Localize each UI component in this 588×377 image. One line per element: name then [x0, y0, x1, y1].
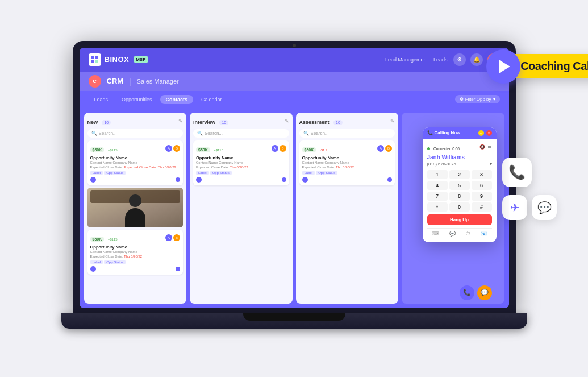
coaching-badge[interactable]: Coaching Call: [489, 54, 588, 78]
card-dot-int: [282, 177, 286, 182]
filter-button[interactable]: ⚙ Filter Opp by ▾: [455, 95, 500, 103]
crm-header: BINOX MSP Lead Management Leads ⚙ 🔔 U: [80, 48, 509, 72]
kanban-col-assessment: Assessment 10 ✎ 🔍 Search...: [296, 113, 399, 304]
card-amount-ass: $50K: [302, 147, 316, 152]
col-edit-icon-assessment[interactable]: ✎: [390, 118, 395, 124]
tab-contacts[interactable]: Contacts: [160, 95, 194, 104]
search-bar-assessment[interactable]: 🔍 Search...: [299, 129, 395, 138]
card-tags-ass: Label Opp Status: [302, 171, 393, 175]
lead-management-link[interactable]: Lead Management: [385, 57, 428, 63]
dial-3[interactable]: 3: [472, 170, 492, 179]
card-amount-int: $50K: [196, 147, 210, 152]
search-icon-interview: 🔍: [197, 131, 203, 136]
svg-rect-0: [91, 56, 94, 59]
message-action-button[interactable]: 💬: [477, 285, 492, 300]
leads-link[interactable]: Leads: [433, 57, 448, 63]
chat-bubble-icon: 💬: [537, 201, 552, 214]
float-phone-icon-box[interactable]: 📞: [502, 158, 532, 187]
col-title-new: New: [87, 119, 98, 125]
record-icon[interactable]: ⏺: [487, 144, 492, 150]
card-icon-ass-1: A: [377, 145, 384, 152]
history-icon[interactable]: ⏱: [465, 231, 470, 237]
card-dot-ass: [387, 177, 392, 182]
dial-9[interactable]: 9: [472, 192, 492, 201]
logo-area: BINOX MSP: [89, 53, 148, 66]
tag-label-2: Label: [90, 260, 103, 264]
crm-title: CRM: [107, 77, 124, 85]
kanban-card-assessment[interactable]: $50K -$1.3 A B Opportunity Name Contact …: [299, 140, 395, 185]
calling-title: 📞 Calling Now: [427, 130, 461, 135]
chat-icon[interactable]: 💬: [449, 231, 456, 237]
status-dot: [427, 147, 430, 150]
calling-header: 📞 Calling Now − ×: [423, 127, 497, 139]
dial-2[interactable]: 2: [449, 170, 470, 179]
laptop-notch: [243, 313, 345, 321]
card-meta-2: Contact Name Company Name: [90, 250, 181, 254]
logo-msp: MSP: [134, 56, 148, 63]
keypad-icon[interactable]: ⌨: [432, 231, 439, 237]
hang-up-button[interactable]: Hang Up: [427, 214, 492, 225]
phone-action-button[interactable]: 📞: [460, 285, 474, 300]
svg-rect-3: [95, 60, 98, 63]
card-title: Opportunity Name: [90, 155, 181, 160]
chevron-down-icon[interactable]: ▾: [490, 161, 492, 167]
card-meta-int: Contact Name Company Name: [196, 161, 286, 164]
search-bar-interview[interactable]: 🔍 Search...: [193, 129, 289, 138]
col-badge-assessment: 10: [333, 120, 343, 125]
col-badge-new: 10: [102, 120, 111, 125]
tag-status-2: Opp Status: [104, 260, 126, 264]
kanban-card-interview[interactable]: $50K +$115 A B Opportunity Name Contact …: [193, 140, 289, 185]
minimize-button[interactable]: −: [478, 130, 484, 136]
card-change-2: +$115: [108, 238, 118, 241]
settings-icon[interactable]: ⚙: [453, 53, 466, 66]
caller-number: (818) 678-8075 ▾: [427, 161, 492, 167]
tab-leads[interactable]: Leads: [89, 95, 114, 104]
bell-icon[interactable]: 🔔: [470, 53, 483, 66]
float-plane-icon-box[interactable]: ✈: [502, 195, 527, 220]
close-button[interactable]: ×: [486, 130, 492, 136]
card-change-ass: -$1.3: [320, 148, 328, 152]
dial-5[interactable]: 5: [449, 181, 470, 190]
silhouette-body: [125, 208, 145, 227]
float-chat-icon-box[interactable]: 💬: [532, 195, 557, 220]
tab-calendar[interactable]: Calendar: [195, 95, 228, 104]
card-tags-int: Label Opp Status: [196, 171, 286, 175]
video-thumbnail: [87, 188, 184, 227]
calling-footer: ⌨ 💬 ⏱ 📧: [427, 228, 492, 239]
play-button[interactable]: [486, 49, 520, 84]
caller-name: Janh Williams: [427, 154, 492, 160]
search-placeholder-new: Search...: [99, 131, 117, 136]
col-edit-icon-interview[interactable]: ✎: [285, 118, 289, 124]
dial-8[interactable]: 8: [449, 192, 470, 201]
tag-label-int: Label: [196, 171, 209, 175]
kanban-card[interactable]: $50K +$115 A B Opportunity Name Contact …: [87, 140, 184, 185]
card-tags: Label Opp Status: [90, 171, 181, 175]
laptop-lid: BINOX MSP Lead Management Leads ⚙ 🔔 U: [73, 41, 516, 313]
sub-header: C CRM | Sales Manager: [80, 72, 509, 91]
dial-1[interactable]: 1: [427, 170, 448, 179]
col-edit-icon-new[interactable]: ✎: [178, 118, 183, 124]
crm-icon: C: [89, 75, 101, 88]
float-icons: 📞 ✈ 💬: [502, 158, 557, 220]
dial-7[interactable]: 7: [427, 192, 448, 201]
voicemail-icon[interactable]: 📧: [481, 231, 487, 237]
card-title-2: Opportunity Name: [90, 245, 181, 250]
dial-star[interactable]: *: [427, 202, 448, 212]
mute-icon[interactable]: 🔇: [479, 144, 485, 150]
dial-4[interactable]: 4: [427, 181, 448, 190]
card-tags-2: Label Opp Status: [90, 260, 181, 264]
dial-hash[interactable]: #: [472, 202, 492, 212]
tag-label: Label: [90, 171, 103, 175]
col-header-new: New 10 ✎: [87, 116, 184, 126]
dial-0[interactable]: 0: [449, 202, 470, 212]
kanban-card[interactable]: $50K +$115 A B Opportunity Name Contact …: [87, 230, 184, 275]
card-avatar: [90, 177, 96, 183]
search-bar-new[interactable]: 🔍 Search...: [87, 129, 184, 138]
tab-opportunities[interactable]: Opportunities: [116, 95, 158, 104]
connection-status: Connected 0:06: [433, 147, 460, 151]
float-bottom-icons: ✈ 💬: [502, 195, 557, 220]
card-date-ass: Expected Close Date: Thu 6/20/22: [302, 165, 393, 169]
card-avatar-int: [196, 177, 202, 183]
card-dot: [176, 177, 180, 182]
dial-6[interactable]: 6: [472, 181, 492, 190]
